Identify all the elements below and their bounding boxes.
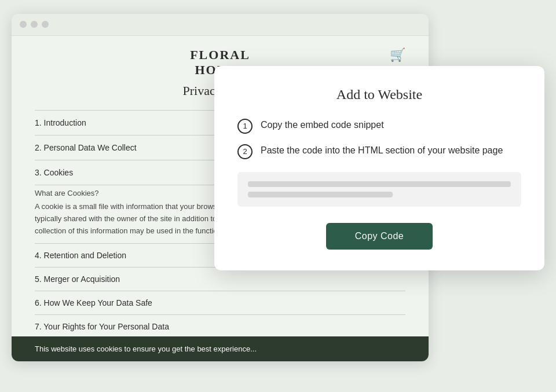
cookie-banner: This website uses cookies to ensure you …: [12, 336, 429, 361]
modal-title: Add to Website: [237, 87, 521, 102]
step-1-circle: 1: [237, 119, 253, 134]
step-2-text: Paste the code into the HTML section of …: [261, 144, 503, 156]
scene: Floral House 🛒 Privacy Policy 1. Introdu…: [12, 14, 544, 379]
window-dots: [20, 21, 49, 28]
code-line-2: [248, 192, 393, 197]
window-dot-3: [42, 21, 49, 28]
lower-item-5[interactable]: 5. Merger or Acquisition: [35, 267, 405, 291]
lower-item-6[interactable]: 6. How We Keep Your Data Safe: [35, 291, 405, 314]
browser-titlebar: [12, 14, 429, 36]
window-dot-2: [31, 21, 38, 28]
lower-item-7[interactable]: 7. Your Rights for Your Personal Data: [35, 314, 405, 338]
cookie-banner-text: This website uses cookies to ensure you …: [35, 345, 257, 353]
modal-step-1: 1 Copy the embed code snippet: [237, 119, 521, 134]
step-1-text: Copy the embed code snippet: [261, 119, 384, 130]
step-2-number: 2: [243, 147, 247, 156]
step-2-circle: 2: [237, 144, 253, 159]
modal-step-2: 2 Paste the code into the HTML section o…: [237, 144, 521, 159]
accordion-label-3: 3. Cookies: [35, 168, 73, 177]
accordion-label-1: 1. Introduction: [35, 118, 86, 127]
step-1-number: 1: [243, 122, 247, 130]
code-preview: [237, 172, 521, 207]
cart-icon[interactable]: 🛒: [390, 47, 405, 63]
logo-line1: Floral: [190, 47, 250, 62]
copy-code-button[interactable]: Copy Code: [326, 223, 433, 250]
code-line-1: [248, 181, 511, 187]
add-to-website-modal: Add to Website 1 Copy the embed code sni…: [214, 66, 544, 270]
window-dot-1: [20, 21, 27, 28]
accordion-label-2: 2. Personal Data We Collect: [35, 143, 137, 152]
